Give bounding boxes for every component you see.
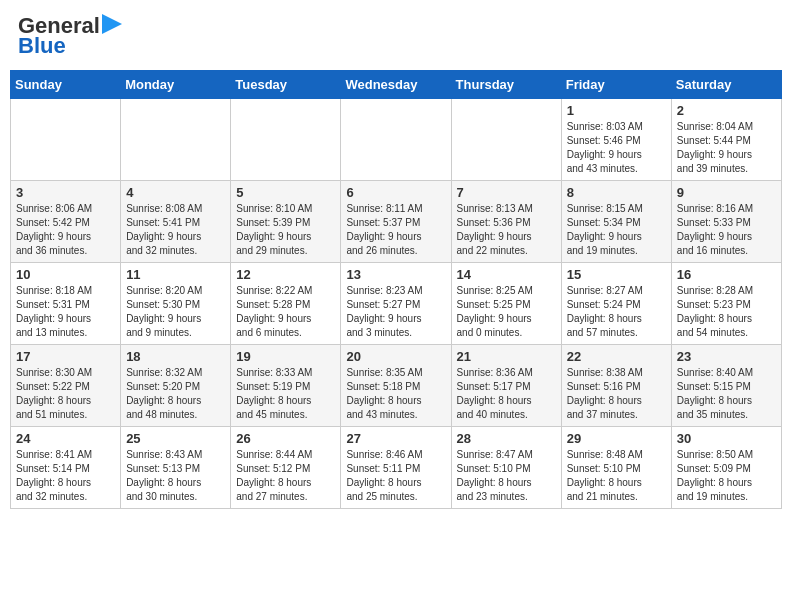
day-detail: Sunrise: 8:28 AM Sunset: 5:23 PM Dayligh…: [677, 284, 776, 340]
calendar-cell: 9Sunrise: 8:16 AM Sunset: 5:33 PM Daylig…: [671, 181, 781, 263]
calendar-cell: 15Sunrise: 8:27 AM Sunset: 5:24 PM Dayli…: [561, 263, 671, 345]
calendar-cell: 23Sunrise: 8:40 AM Sunset: 5:15 PM Dayli…: [671, 345, 781, 427]
day-number: 15: [567, 267, 666, 282]
day-number: 7: [457, 185, 556, 200]
calendar-cell: 26Sunrise: 8:44 AM Sunset: 5:12 PM Dayli…: [231, 427, 341, 509]
calendar-cell: 7Sunrise: 8:13 AM Sunset: 5:36 PM Daylig…: [451, 181, 561, 263]
calendar-cell: 5Sunrise: 8:10 AM Sunset: 5:39 PM Daylig…: [231, 181, 341, 263]
calendar-cell: 22Sunrise: 8:38 AM Sunset: 5:16 PM Dayli…: [561, 345, 671, 427]
calendar-cell: [451, 99, 561, 181]
day-number: 20: [346, 349, 445, 364]
week-row-1: 3Sunrise: 8:06 AM Sunset: 5:42 PM Daylig…: [11, 181, 782, 263]
day-detail: Sunrise: 8:46 AM Sunset: 5:11 PM Dayligh…: [346, 448, 445, 504]
calendar-cell: [11, 99, 121, 181]
day-detail: Sunrise: 8:40 AM Sunset: 5:15 PM Dayligh…: [677, 366, 776, 422]
day-number: 25: [126, 431, 225, 446]
day-number: 11: [126, 267, 225, 282]
day-detail: Sunrise: 8:15 AM Sunset: 5:34 PM Dayligh…: [567, 202, 666, 258]
day-number: 27: [346, 431, 445, 446]
day-number: 19: [236, 349, 335, 364]
day-detail: Sunrise: 8:11 AM Sunset: 5:37 PM Dayligh…: [346, 202, 445, 258]
day-number: 23: [677, 349, 776, 364]
calendar-cell: 3Sunrise: 8:06 AM Sunset: 5:42 PM Daylig…: [11, 181, 121, 263]
calendar-cell: 20Sunrise: 8:35 AM Sunset: 5:18 PM Dayli…: [341, 345, 451, 427]
day-detail: Sunrise: 8:41 AM Sunset: 5:14 PM Dayligh…: [16, 448, 115, 504]
day-number: 8: [567, 185, 666, 200]
day-detail: Sunrise: 8:16 AM Sunset: 5:33 PM Dayligh…: [677, 202, 776, 258]
day-detail: Sunrise: 8:06 AM Sunset: 5:42 PM Dayligh…: [16, 202, 115, 258]
calendar-cell: [231, 99, 341, 181]
day-detail: Sunrise: 8:27 AM Sunset: 5:24 PM Dayligh…: [567, 284, 666, 340]
calendar-cell: 17Sunrise: 8:30 AM Sunset: 5:22 PM Dayli…: [11, 345, 121, 427]
calendar-cell: 29Sunrise: 8:48 AM Sunset: 5:10 PM Dayli…: [561, 427, 671, 509]
calendar-cell: 2Sunrise: 8:04 AM Sunset: 5:44 PM Daylig…: [671, 99, 781, 181]
calendar-cell: 14Sunrise: 8:25 AM Sunset: 5:25 PM Dayli…: [451, 263, 561, 345]
week-row-0: 1Sunrise: 8:03 AM Sunset: 5:46 PM Daylig…: [11, 99, 782, 181]
day-detail: Sunrise: 8:50 AM Sunset: 5:09 PM Dayligh…: [677, 448, 776, 504]
calendar-cell: 12Sunrise: 8:22 AM Sunset: 5:28 PM Dayli…: [231, 263, 341, 345]
day-number: 30: [677, 431, 776, 446]
col-header-saturday: Saturday: [671, 71, 781, 99]
day-detail: Sunrise: 8:18 AM Sunset: 5:31 PM Dayligh…: [16, 284, 115, 340]
calendar-cell: [341, 99, 451, 181]
day-number: 6: [346, 185, 445, 200]
calendar-cell: 28Sunrise: 8:47 AM Sunset: 5:10 PM Dayli…: [451, 427, 561, 509]
week-row-3: 17Sunrise: 8:30 AM Sunset: 5:22 PM Dayli…: [11, 345, 782, 427]
calendar-cell: 24Sunrise: 8:41 AM Sunset: 5:14 PM Dayli…: [11, 427, 121, 509]
col-header-wednesday: Wednesday: [341, 71, 451, 99]
day-detail: Sunrise: 8:30 AM Sunset: 5:22 PM Dayligh…: [16, 366, 115, 422]
logo-arrow-icon: [102, 14, 122, 34]
day-detail: Sunrise: 8:43 AM Sunset: 5:13 PM Dayligh…: [126, 448, 225, 504]
calendar-cell: 25Sunrise: 8:43 AM Sunset: 5:13 PM Dayli…: [121, 427, 231, 509]
svg-marker-0: [102, 14, 122, 34]
day-detail: Sunrise: 8:20 AM Sunset: 5:30 PM Dayligh…: [126, 284, 225, 340]
day-detail: Sunrise: 8:25 AM Sunset: 5:25 PM Dayligh…: [457, 284, 556, 340]
day-number: 5: [236, 185, 335, 200]
day-number: 29: [567, 431, 666, 446]
calendar-cell: 21Sunrise: 8:36 AM Sunset: 5:17 PM Dayli…: [451, 345, 561, 427]
day-detail: Sunrise: 8:48 AM Sunset: 5:10 PM Dayligh…: [567, 448, 666, 504]
day-number: 24: [16, 431, 115, 446]
week-row-2: 10Sunrise: 8:18 AM Sunset: 5:31 PM Dayli…: [11, 263, 782, 345]
day-detail: Sunrise: 8:44 AM Sunset: 5:12 PM Dayligh…: [236, 448, 335, 504]
day-number: 4: [126, 185, 225, 200]
day-number: 13: [346, 267, 445, 282]
col-header-sunday: Sunday: [11, 71, 121, 99]
day-detail: Sunrise: 8:08 AM Sunset: 5:41 PM Dayligh…: [126, 202, 225, 258]
day-number: 12: [236, 267, 335, 282]
day-number: 26: [236, 431, 335, 446]
calendar-cell: 16Sunrise: 8:28 AM Sunset: 5:23 PM Dayli…: [671, 263, 781, 345]
col-header-tuesday: Tuesday: [231, 71, 341, 99]
day-detail: Sunrise: 8:32 AM Sunset: 5:20 PM Dayligh…: [126, 366, 225, 422]
calendar-cell: 11Sunrise: 8:20 AM Sunset: 5:30 PM Dayli…: [121, 263, 231, 345]
logo: General Blue: [18, 14, 122, 58]
day-number: 28: [457, 431, 556, 446]
calendar-cell: 4Sunrise: 8:08 AM Sunset: 5:41 PM Daylig…: [121, 181, 231, 263]
page-header: General Blue: [10, 10, 782, 62]
day-number: 21: [457, 349, 556, 364]
calendar-cell: 30Sunrise: 8:50 AM Sunset: 5:09 PM Dayli…: [671, 427, 781, 509]
day-detail: Sunrise: 8:47 AM Sunset: 5:10 PM Dayligh…: [457, 448, 556, 504]
calendar-cell: 8Sunrise: 8:15 AM Sunset: 5:34 PM Daylig…: [561, 181, 671, 263]
calendar-cell: 6Sunrise: 8:11 AM Sunset: 5:37 PM Daylig…: [341, 181, 451, 263]
calendar-cell: 27Sunrise: 8:46 AM Sunset: 5:11 PM Dayli…: [341, 427, 451, 509]
calendar-cell: 19Sunrise: 8:33 AM Sunset: 5:19 PM Dayli…: [231, 345, 341, 427]
week-row-4: 24Sunrise: 8:41 AM Sunset: 5:14 PM Dayli…: [11, 427, 782, 509]
day-number: 22: [567, 349, 666, 364]
calendar-cell: 1Sunrise: 8:03 AM Sunset: 5:46 PM Daylig…: [561, 99, 671, 181]
day-detail: Sunrise: 8:36 AM Sunset: 5:17 PM Dayligh…: [457, 366, 556, 422]
day-number: 1: [567, 103, 666, 118]
col-header-monday: Monday: [121, 71, 231, 99]
day-detail: Sunrise: 8:38 AM Sunset: 5:16 PM Dayligh…: [567, 366, 666, 422]
day-number: 18: [126, 349, 225, 364]
day-number: 14: [457, 267, 556, 282]
calendar-cell: [121, 99, 231, 181]
day-number: 9: [677, 185, 776, 200]
day-detail: Sunrise: 8:04 AM Sunset: 5:44 PM Dayligh…: [677, 120, 776, 176]
day-detail: Sunrise: 8:13 AM Sunset: 5:36 PM Dayligh…: [457, 202, 556, 258]
day-detail: Sunrise: 8:33 AM Sunset: 5:19 PM Dayligh…: [236, 366, 335, 422]
calendar-cell: 10Sunrise: 8:18 AM Sunset: 5:31 PM Dayli…: [11, 263, 121, 345]
calendar-table: SundayMondayTuesdayWednesdayThursdayFrid…: [10, 70, 782, 509]
day-number: 3: [16, 185, 115, 200]
day-detail: Sunrise: 8:23 AM Sunset: 5:27 PM Dayligh…: [346, 284, 445, 340]
